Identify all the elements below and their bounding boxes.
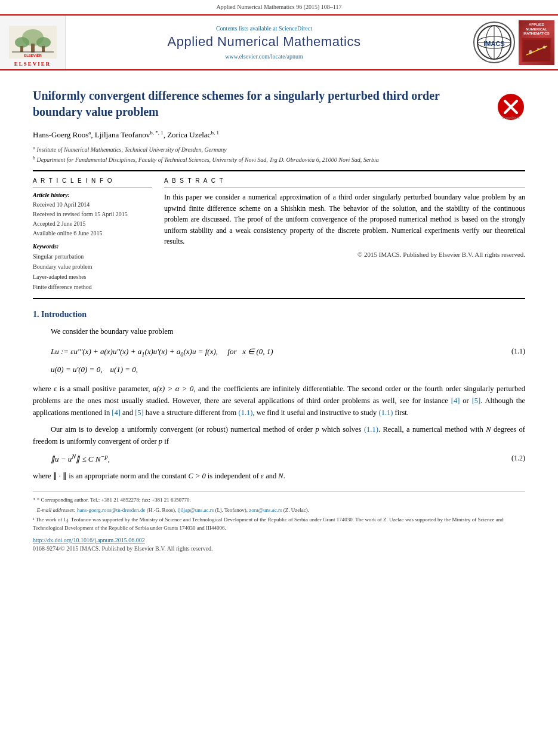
footnote-1: ¹ The work of Lj. Teofanov was supported…	[33, 516, 525, 532]
svg-text:ELSEVIER: ELSEVIER	[24, 54, 42, 57]
ref-1-1c[interactable]: (1.1)	[364, 425, 378, 434]
affiliation-a: a Institute of Numerical Mathematics, Te…	[33, 145, 525, 154]
received-date: Received 10 April 2014	[33, 200, 152, 210]
author1-name: Hans-Goerg Roos	[33, 130, 88, 139]
abstract-heading: A B S T R A C T	[164, 177, 525, 184]
email-teofanov[interactable]: ljiljap@uns.ac.rs	[178, 507, 214, 513]
anm-cover: APPLIEDNUMERICALMATHEMATICS	[519, 20, 554, 65]
journal-banner: ELSEVIER ELSEVIER Contents lists availab…	[0, 14, 558, 70]
svg-point-18	[537, 48, 539, 50]
author2-sup: b, *, 1	[150, 130, 164, 136]
banner-logos: IMACS APPLIEDNUMERICALMATHEMATICS	[463, 17, 558, 69]
equation-1a: Lu := εu'''(x) + a(x)u''(x) + a1(x)u'(x)…	[51, 345, 273, 360]
intro-para1: We consider the boundary value problem	[33, 325, 525, 337]
footer-divider	[33, 491, 525, 491]
section-title-intro: 1. Introduction	[33, 310, 525, 319]
equation-2-content: ‖u − uN‖ ≤ C N−p,	[51, 453, 110, 464]
affiliation-b: b Department for Fundamental Disciplines…	[33, 155, 525, 164]
svg-rect-6	[42, 46, 45, 52]
keyword-4: Finite difference method	[33, 282, 152, 292]
sciencedirect-text: Contents lists available at ScienceDirec…	[72, 25, 457, 32]
equation-1b: u(0) = u'(0) = 0, u(1) = 0,	[51, 362, 273, 376]
keywords-label: Keywords:	[33, 243, 152, 250]
svg-point-19	[542, 45, 545, 48]
authors-line: Hans-Goerg Roosa, Ljiljana Teofanovb, *,…	[33, 130, 525, 140]
keyword-3: Layer-adapted meshes	[33, 272, 152, 282]
svg-rect-5	[20, 46, 23, 52]
equation-1-number: (1.1)	[511, 347, 525, 356]
journal-name: Applied Numerical Mathematics	[72, 34, 457, 50]
footnote-emails: E-mail addresses: hans-goerg.roos@tu-dre…	[33, 506, 525, 515]
intro-para2: where ε is a small positive parameter, a…	[33, 383, 525, 419]
equation-block-1: Lu := εu'''(x) + a(x)u''(x) + a1(x)u'(x)…	[51, 345, 525, 377]
equation-2-number: (1.2)	[511, 454, 525, 463]
imacs-logo: IMACS	[473, 21, 515, 63]
author2-name: Ljiljana Teofanov	[95, 130, 150, 139]
accepted-date: Accepted 2 June 2015	[33, 219, 152, 229]
history-label: Article history:	[33, 192, 152, 198]
body-start-divider	[33, 298, 525, 299]
main-content: Uniformly convergent difference schemes …	[0, 73, 558, 564]
header-divider	[33, 170, 525, 171]
contents-label: Contents lists available at	[216, 25, 277, 32]
section-number: 1.	[33, 310, 39, 319]
svg-text:CrossMark: CrossMark	[502, 116, 520, 119]
ref-4-link2[interactable]: [4]	[112, 408, 121, 417]
crossmark-icon: CrossMark	[497, 93, 525, 121]
section-heading-text: Introduction	[41, 310, 87, 319]
info-divider	[33, 188, 152, 188]
author3-sup: b, 1	[211, 130, 219, 136]
affiliations: a Institute of Numerical Mathematics, Te…	[33, 145, 525, 164]
imacs-globe-icon: IMACS	[476, 24, 512, 60]
intro-para3: Our aim is to develop a uniformly conver…	[33, 423, 525, 447]
intro-para4: where ‖ · ‖ is an appropriate norm and t…	[33, 470, 525, 482]
footnote-star: * * Corresponding author. Tel.: +381 21 …	[33, 496, 525, 505]
keyword-1: Singular perturbation	[33, 251, 152, 262]
keyword-2: Boundary value problem	[33, 262, 152, 272]
journal-url[interactable]: www.elsevier.com/locate/apnum	[72, 53, 457, 60]
journal-citation: Applied Numerical Mathematics 96 (2015) …	[217, 4, 342, 10]
ref-5-link2[interactable]: [5]	[135, 408, 144, 417]
issn-line: 0168-9274/© 2015 IMACS. Published by Els…	[33, 545, 525, 552]
crossmark-logo: CrossMark	[497, 93, 525, 124]
elsevier-label: ELSEVIER	[14, 61, 51, 67]
journal-title-area: Contents lists available at ScienceDirec…	[66, 20, 463, 64]
ref-1-1a[interactable]: (1.1)	[238, 408, 252, 417]
section-introduction: 1. Introduction We consider the boundary…	[33, 310, 525, 482]
sciencedirect-link-text[interactable]: ScienceDirect	[279, 25, 312, 32]
ref-4-link[interactable]: [4]	[451, 397, 460, 405]
doi-link[interactable]: http://dx.doi.org/10.1016/j.apnum.2015.0…	[33, 537, 525, 543]
article-info-panel: A R T I C L E I N F O Article history: R…	[33, 177, 152, 292]
revised-date: Received in revised form 15 April 2015	[33, 210, 152, 219]
article-info-heading: A R T I C L E I N F O	[33, 177, 152, 184]
svg-rect-2	[31, 44, 35, 53]
available-date: Available online 6 June 2015	[33, 229, 152, 238]
author1-sup: a	[88, 130, 91, 136]
info-abstract-section: A R T I C L E I N F O Article history: R…	[33, 177, 525, 292]
abstract-panel: A B S T R A C T In this paper we conside…	[164, 177, 525, 292]
author3-name: Zorica Uzelac	[167, 130, 211, 139]
footnotes-area: * * Corresponding author. Tel.: +381 21 …	[33, 496, 525, 532]
ref-1-1b[interactable]: (1.1)	[379, 408, 393, 417]
journal-bar: Applied Numerical Mathematics 96 (2015) …	[0, 0, 558, 12]
page: Applied Numerical Mathematics 96 (2015) …	[0, 0, 558, 756]
elsevier-graphic: ELSEVIER	[9, 26, 57, 59]
equation-block-2: ‖u − uN‖ ≤ C N−p, (1.2)	[51, 453, 525, 464]
publisher-logo: ELSEVIER ELSEVIER	[0, 16, 66, 69]
abstract-divider	[164, 188, 525, 188]
ref-5-link[interactable]: [5]	[472, 397, 481, 405]
svg-text:IMACS: IMACS	[483, 40, 504, 47]
title-area: Uniformly convergent difference schemes …	[33, 88, 525, 124]
abstract-text: In this paper we consider a numerical ap…	[164, 192, 525, 247]
abstract-copyright: © 2015 IMACS. Published by Elsevier B.V.…	[164, 251, 525, 258]
email-roos[interactable]: hans-goerg.roos@tu-dresden.de	[77, 507, 146, 513]
equation-1-content: Lu := εu'''(x) + a(x)u''(x) + a1(x)u'(x)…	[51, 345, 273, 377]
article-title: Uniformly convergent difference schemes …	[33, 88, 497, 120]
svg-point-17	[529, 50, 532, 54]
email-uzelac[interactable]: zora@uns.ac.rs	[249, 507, 282, 513]
